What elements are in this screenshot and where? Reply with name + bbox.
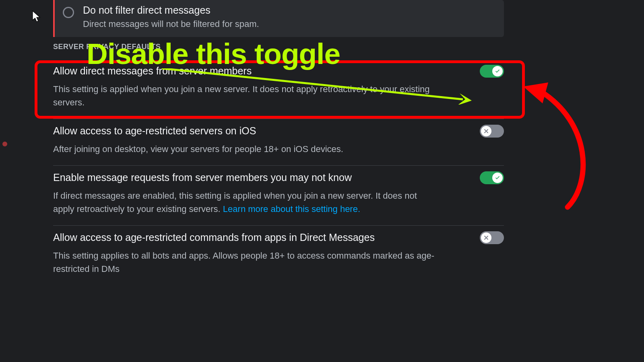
section-header: SERVER PRIVACY DEFAULTS xyxy=(53,43,504,51)
cursor-icon xyxy=(32,10,41,23)
radio-title: Do not filter direct messages xyxy=(83,3,259,17)
setting-description: If direct messages are enabled, this set… xyxy=(53,189,440,216)
setting-title: Allow access to age-restricted servers o… xyxy=(53,125,256,137)
radio-unchecked-icon xyxy=(63,7,74,18)
setting-message-requests: Enable message requests from server memb… xyxy=(53,165,504,225)
svg-marker-2 xyxy=(523,82,548,103)
setting-description: After joining on desktop, view your serv… xyxy=(53,142,440,156)
setting-description: This setting applies to all bots and app… xyxy=(53,249,440,276)
setting-allow-dm-server-members: Allow direct messages from server member… xyxy=(53,59,504,119)
radio-text-group: Do not filter direct messages Direct mes… xyxy=(83,3,259,31)
toggle-knob-check-icon xyxy=(492,66,503,76)
toggle-knob-x-icon xyxy=(481,126,491,136)
radio-option-no-filter[interactable]: Do not filter direct messages Direct mes… xyxy=(53,0,504,37)
server-rail xyxy=(0,0,10,362)
toggle-knob-x-icon xyxy=(481,232,491,243)
server-indicator-dot xyxy=(2,142,7,146)
setting-age-restricted-commands: Allow access to age-restricted commands … xyxy=(53,225,504,285)
toggle-message-requests[interactable] xyxy=(480,171,504,184)
toggle-age-restricted-ios[interactable] xyxy=(480,125,504,138)
toggle-knob-check-icon xyxy=(492,173,503,183)
setting-title: Allow access to age-restricted commands … xyxy=(53,232,375,243)
setting-title: Enable message requests from server memb… xyxy=(53,172,352,183)
toggle-allow-dm[interactable] xyxy=(480,65,504,78)
learn-more-link[interactable]: Learn more about this setting here. xyxy=(223,204,360,214)
radio-description: Direct messages will not be filtered for… xyxy=(83,18,259,31)
setting-description: This setting is applied when you join a … xyxy=(53,82,440,109)
setting-title: Allow direct messages from server member… xyxy=(53,65,252,77)
annotation-curved-arrow xyxy=(519,78,596,211)
settings-content: Do not filter direct messages Direct mes… xyxy=(53,0,504,285)
toggle-age-restricted-commands[interactable] xyxy=(480,231,504,244)
setting-age-restricted-ios: Allow access to age-restricted servers o… xyxy=(53,119,504,165)
